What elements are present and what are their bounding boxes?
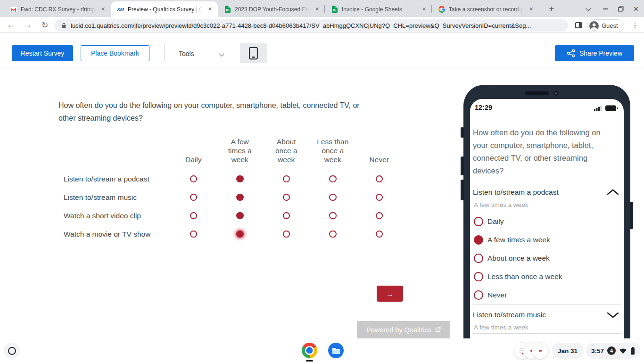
radio-button[interactable] — [283, 175, 290, 183]
radio-button[interactable] — [329, 175, 337, 183]
shelf-date: Jan 31 — [558, 347, 578, 354]
phone-option-list: Daily A few times a week About once a we… — [474, 212, 615, 304]
tab-separator — [541, 5, 541, 13]
window-restore-button[interactable] — [616, 4, 626, 14]
radio-button[interactable] — [329, 212, 337, 220]
radio-button[interactable] — [474, 217, 483, 226]
tab-close-icon[interactable]: × — [313, 5, 321, 13]
radio-button[interactable] — [329, 230, 337, 238]
radio-button[interactable] — [376, 194, 383, 201]
radio-button[interactable] — [474, 272, 483, 281]
tab-close-icon[interactable]: × — [527, 5, 535, 13]
side-panel-icon[interactable] — [573, 20, 584, 30]
restart-survey-label: Restart Survey — [21, 49, 65, 57]
browser-menu-icon[interactable]: ⋮ — [630, 20, 640, 30]
chevron-down-icon[interactable] — [607, 312, 619, 318]
phone-side-button — [461, 127, 464, 138]
phone-option[interactable]: A few times a week — [474, 230, 615, 249]
radio-button[interactable] — [376, 212, 383, 220]
tab-sheets-invoice[interactable]: Invoice - Google Sheets × — [325, 1, 432, 17]
chevron-up-icon[interactable] — [607, 189, 619, 195]
phone-option[interactable]: About once a week — [474, 249, 615, 267]
tab-search-chevron-icon[interactable] — [584, 4, 593, 14]
next-button[interactable]: → — [377, 286, 403, 302]
radio-button[interactable] — [190, 230, 198, 238]
radio-button[interactable] — [283, 212, 290, 220]
phone-mockup: 12:29 How often do you do the following … — [463, 85, 630, 338]
accordion-subtitle: A few times a week — [474, 324, 528, 331]
place-bookmark-label: Place Bookmark — [91, 49, 139, 57]
matrix-row: Watch a short video clip — [64, 206, 403, 225]
status-tray[interactable]: 3:57 4 — [586, 343, 640, 359]
divider — [473, 304, 621, 305]
share-preview-button[interactable]: Share Preview — [555, 45, 634, 61]
radio-button[interactable] — [236, 194, 244, 201]
date-pill[interactable]: Jan 31 — [552, 343, 584, 359]
mobile-phone-icon — [249, 47, 258, 60]
tab-close-icon[interactable]: × — [99, 5, 107, 13]
profile-button[interactable]: Guest — [587, 19, 624, 32]
radio-button[interactable] — [376, 175, 383, 183]
radio-button[interactable] — [236, 175, 244, 183]
wifi-icon — [619, 348, 627, 354]
column-header: About once a week — [263, 137, 310, 164]
accordion-title-podcast[interactable]: Listen to/stream a podcast — [473, 188, 591, 197]
files-app-icon[interactable] — [328, 343, 344, 358]
share-icon — [567, 49, 576, 58]
radio-button[interactable] — [376, 230, 383, 238]
radio-button[interactable] — [190, 175, 198, 183]
powered-by-qualtrics-link[interactable]: Powered by Qualtrics — [357, 321, 450, 338]
share-preview-label: Share Preview — [579, 49, 622, 57]
powered-by-label: Powered by Qualtrics — [366, 326, 431, 334]
radio-button[interactable] — [474, 290, 483, 300]
phone-power-button — [630, 202, 633, 229]
launcher-button[interactable] — [4, 343, 20, 359]
radio-button[interactable] — [236, 230, 244, 238]
tab-separator — [324, 5, 325, 13]
phone-question-text: How often do you do the following on you… — [473, 126, 614, 177]
tab-qualtrics-preview[interactable]: XM Preview - Qualtrics Survey | Qu × — [111, 1, 218, 17]
phone-option[interactable]: Daily — [474, 212, 615, 230]
place-bookmark-button[interactable]: Place Bookmark — [81, 45, 149, 61]
address-bar[interactable]: lucid.co1.qualtrics.com/jfe/preview/prev… — [55, 19, 568, 32]
tools-chevron-icon[interactable] — [219, 51, 224, 56]
radio-button[interactable] — [283, 230, 290, 238]
phone-option[interactable]: Less than once a week — [474, 267, 615, 286]
tab-sheets-dop[interactable]: 2023 DOP Youth-Focused Envi × — [218, 1, 325, 17]
restart-survey-button[interactable]: Restart Survey — [12, 45, 73, 61]
phone-option[interactable]: Never — [474, 286, 615, 304]
radio-button[interactable] — [236, 212, 244, 220]
external-link-icon — [435, 327, 441, 333]
radio-button[interactable] — [474, 254, 483, 263]
reload-icon[interactable]: ↻ — [40, 20, 50, 30]
radio-button[interactable] — [190, 212, 198, 220]
row-label: Listen to/stream music — [64, 193, 170, 202]
chrome-app-icon[interactable] — [302, 343, 317, 358]
radio-button[interactable] — [190, 194, 198, 201]
accordion-subtitle: A few times a week — [474, 201, 528, 208]
matrix-header-row: Daily A few times a week About once a we… — [170, 136, 403, 164]
tab-strip: Fwd: CDC RX Survey - rfrimpor × XM Previ… — [0, 0, 644, 17]
tab-close-icon[interactable]: × — [206, 5, 214, 13]
radio-button[interactable] — [474, 235, 483, 245]
window-minimize-button[interactable] — [601, 4, 610, 14]
new-tab-button[interactable]: + — [547, 4, 556, 14]
accordion-title-music[interactable]: Listen to/stream music — [473, 311, 591, 319]
avatar-icon — [589, 21, 599, 31]
row-label: Listen to/stream a podcast — [64, 175, 170, 183]
tab-title: Take a screenshot or record yo — [449, 6, 524, 13]
back-icon[interactable]: ← — [6, 20, 16, 30]
mobile-view-toggle-button[interactable] — [240, 43, 267, 63]
radio-button[interactable] — [283, 194, 290, 201]
tab-google-search[interactable]: Take a screenshot or record yo × — [432, 1, 539, 17]
radio-button[interactable] — [329, 194, 337, 201]
tab-close-icon[interactable]: × — [420, 5, 428, 13]
window-close-button[interactable]: × — [631, 4, 641, 14]
notification-icon[interactable] — [532, 342, 549, 359]
forward-icon[interactable]: → — [23, 20, 33, 30]
matrix-row: Listen to/stream music — [64, 188, 403, 206]
column-header: Less than once a week — [310, 137, 356, 164]
tab-gmail[interactable]: Fwd: CDC RX Survey - rfrimpor × — [4, 1, 111, 17]
google-sheets-icon — [330, 5, 339, 13]
tools-dropdown[interactable]: Tools — [179, 50, 194, 58]
